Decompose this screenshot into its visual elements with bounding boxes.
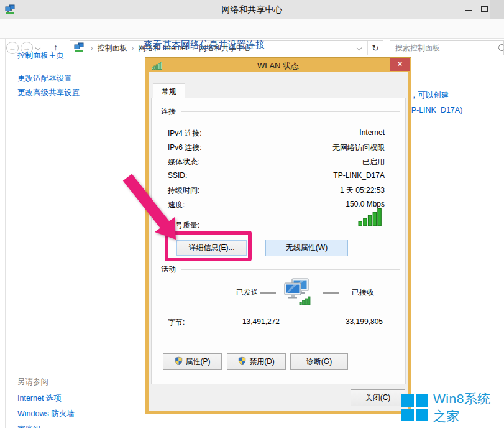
refresh-icon[interactable] bbox=[368, 44, 383, 53]
uac-shield-icon bbox=[175, 356, 183, 367]
row-value: Internet bbox=[359, 128, 385, 138]
sidebar-see-also-header: 另请参阅 bbox=[17, 377, 48, 388]
sidebar-item-internet-options[interactable]: Internet 选项 bbox=[17, 393, 62, 404]
background-text-line1: ，可以创建 bbox=[410, 90, 449, 101]
row-value: TP-LINK_D17A bbox=[333, 171, 385, 181]
minimize-button[interactable] bbox=[465, 10, 472, 11]
sidebar-item-change-adapter-settings[interactable]: 更改适配器设置 bbox=[17, 73, 72, 84]
back-button[interactable] bbox=[6, 42, 19, 54]
computers-activity-icon bbox=[282, 277, 312, 310]
dialog-title: WLAN 状态 bbox=[145, 60, 411, 72]
row-label: IPv4 连接: bbox=[168, 128, 202, 138]
sidebar-item-change-advanced-sharing[interactable]: 更改高级共享设置 bbox=[17, 88, 80, 98]
received-connector-line bbox=[323, 292, 339, 294]
row-label: IPv6 连接: bbox=[168, 142, 202, 152]
row-duration: 持续时间:1 天 05:22:53 bbox=[168, 185, 385, 195]
disable-button-label: 禁用(D) bbox=[249, 356, 275, 367]
address-dropdown-icon[interactable] bbox=[357, 45, 362, 50]
row-value: 无网络访问权限 bbox=[332, 142, 385, 152]
row-label: 媒体状态: bbox=[168, 157, 199, 167]
bytes-label: 字节: bbox=[168, 317, 185, 328]
row-value: 已启用 bbox=[362, 157, 385, 167]
bytes-sent-value: 13,491,272 bbox=[242, 317, 280, 326]
diagnose-button[interactable]: 诊断(G) bbox=[290, 353, 348, 370]
title-bar: 网络和共享中心 bbox=[0, 0, 504, 19]
received-label: 已接收 bbox=[352, 287, 374, 298]
row-ssid: SSID:TP-LINK_D17A bbox=[168, 171, 385, 181]
maximize-button[interactable] bbox=[481, 6, 488, 12]
row-media-state: 媒体状态:已启用 bbox=[168, 157, 385, 167]
page-title: 查看基本网络信息并设置连接 bbox=[144, 39, 265, 51]
sent-label: 已发送 bbox=[236, 287, 259, 298]
disable-button[interactable]: 禁用(D) bbox=[227, 353, 286, 370]
properties-button[interactable]: 属性(P) bbox=[163, 353, 222, 370]
close-button[interactable] bbox=[490, 0, 504, 19]
sent-connector-line bbox=[260, 292, 276, 294]
uac-shield-icon bbox=[238, 356, 246, 367]
properties-button-label: 属性(P) bbox=[186, 356, 211, 367]
signal-strength-icon bbox=[358, 208, 383, 229]
row-ipv4: IPv4 连接:Internet bbox=[168, 128, 385, 138]
sidebar-item-windows-firewall[interactable]: Windows 防火墙 bbox=[17, 409, 75, 419]
breadcrumb-separator bbox=[86, 44, 98, 52]
row-value: 1 天 05:22:53 bbox=[340, 185, 385, 195]
row-speed: 速度:150.0 Mbps bbox=[168, 200, 385, 210]
dialog-close-button[interactable]: 关闭(C) bbox=[351, 389, 405, 406]
group-divider bbox=[181, 269, 400, 270]
network-icon bbox=[74, 42, 84, 54]
annotation-arrow bbox=[122, 172, 182, 244]
search-input[interactable] bbox=[390, 41, 490, 55]
navigation-toolbar: 控制面板 网络和 Internet 网络和共享中心 bbox=[0, 19, 504, 39]
search-box bbox=[390, 40, 504, 55]
breadcrumb-item-control-panel[interactable]: 控制面板 bbox=[98, 43, 127, 54]
window-frame-line bbox=[5, 39, 6, 428]
group-divider bbox=[181, 111, 400, 112]
bytes-received-value: 33,199,805 bbox=[346, 317, 383, 326]
background-text-link[interactable]: TP-LINK_D17A) bbox=[406, 106, 462, 114]
watermark-text: Win8系统之家 bbox=[433, 390, 504, 425]
bytes-separator bbox=[301, 310, 301, 333]
activity-group-label: 活动 bbox=[159, 264, 178, 275]
watermark: Win8系统之家 bbox=[401, 390, 504, 425]
window-title: 网络和共享中心 bbox=[0, 4, 504, 16]
windows-logo-icon bbox=[401, 394, 428, 421]
history-dropdown-icon[interactable] bbox=[35, 45, 40, 50]
breadcrumb-separator bbox=[127, 44, 139, 52]
sidebar-item-homegroup[interactable]: 家庭组 bbox=[17, 424, 41, 428]
dialog-close-icon[interactable]: × bbox=[390, 58, 410, 71]
search-icon[interactable] bbox=[498, 44, 504, 51]
sidebar-item-control-panel-home[interactable]: 控制面板主页 bbox=[17, 50, 64, 61]
connection-group-label: 连接 bbox=[159, 106, 178, 117]
tab-general[interactable]: 常规 bbox=[153, 83, 185, 99]
row-ipv6: IPv6 连接:无网络访问权限 bbox=[168, 142, 385, 152]
wireless-properties-button[interactable]: 无线属性(W) bbox=[265, 240, 348, 256]
